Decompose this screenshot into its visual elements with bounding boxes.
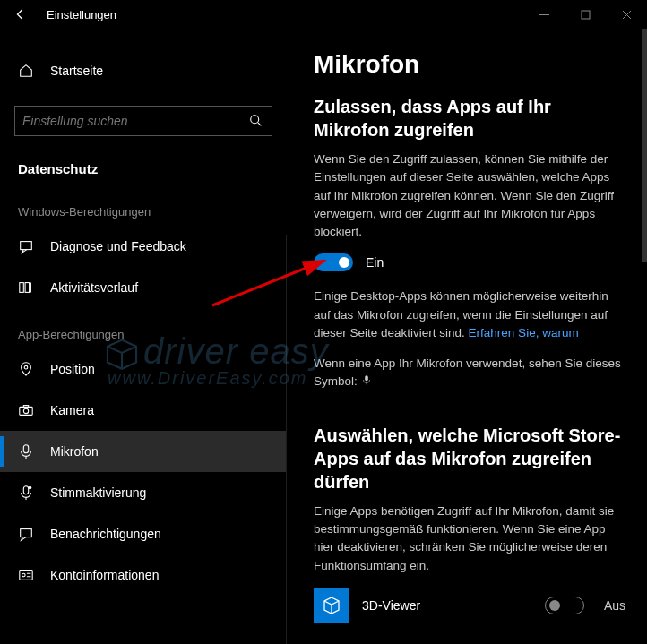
back-button[interactable] — [7, 0, 34, 29]
svg-rect-15 — [365, 375, 368, 381]
svg-point-14 — [22, 573, 26, 577]
section-store-body: Einige Apps benötigen Zugriff auf Ihr Mi… — [314, 502, 625, 575]
app-name: 3D-Viewer — [362, 598, 532, 613]
sidebar-home-label: Startseite — [50, 64, 103, 78]
location-icon — [18, 361, 34, 377]
voice-icon — [18, 485, 34, 501]
sidebar-item-label: Kamera — [50, 403, 94, 417]
search-box[interactable] — [14, 106, 272, 136]
sidebar-item-diagnostics[interactable]: Diagnose und Feedback — [0, 226, 287, 267]
sidebar-item-label: Position — [50, 362, 95, 376]
sidebar-item-microphone[interactable]: Mikrofon — [0, 431, 287, 472]
search-icon — [248, 113, 264, 129]
section-allow-heading: Zulassen, dass Apps auf Ihr Mikrofon zug… — [314, 95, 625, 142]
sidebar-item-label: Kontoinformationen — [50, 568, 159, 582]
svg-rect-2 — [21, 242, 32, 250]
sidebar-item-label: Mikrofon — [50, 444, 99, 459]
sidebar-item-label: Aktivitätsverlauf — [50, 280, 138, 295]
main-content: Mikrofon Zulassen, dass Apps auf Ihr Mik… — [287, 29, 647, 644]
sidebar-divider — [286, 235, 287, 644]
app-toggle-state: Aus — [604, 598, 625, 613]
window-title: Einstellungen — [47, 8, 116, 21]
allow-apps-toggle[interactable] — [314, 253, 353, 271]
app-icon-3dviewer — [314, 588, 349, 623]
sidebar-item-camera[interactable]: Kamera — [0, 390, 287, 431]
feedback-icon — [18, 238, 34, 254]
svg-rect-4 — [25, 283, 29, 293]
window-controls — [523, 0, 647, 29]
svg-point-1 — [251, 116, 259, 124]
sidebar-group-apps: App-Berechtigungen — [0, 308, 287, 348]
microphone-indicator-icon — [361, 374, 372, 391]
app-toggle-3dviewer[interactable] — [545, 597, 584, 614]
svg-point-11 — [29, 486, 32, 490]
titlebar: Einstellungen — [0, 0, 647, 29]
page-title: Mikrofon — [314, 50, 625, 79]
search-input[interactable] — [22, 114, 248, 128]
symbol-note: Wenn eine App Ihr Mikrofon verwendet, se… — [314, 355, 625, 391]
svg-rect-9 — [23, 445, 28, 453]
sidebar-group-windows: Windows-Berechtigungen — [0, 185, 287, 226]
svg-rect-13 — [20, 571, 32, 580]
section-allow-body: Wenn Sie den Zugriff zulassen, können Si… — [314, 150, 625, 241]
notifications-icon — [18, 526, 34, 542]
allow-apps-toggle-state: Ein — [366, 255, 384, 270]
section-store-heading: Auswählen, welche Microsoft Store-Apps a… — [314, 424, 625, 494]
svg-rect-0 — [582, 11, 590, 19]
svg-point-5 — [24, 365, 28, 369]
sidebar: Startseite Datenschutz Windows-Berechtig… — [0, 29, 287, 644]
minimize-button[interactable] — [523, 0, 565, 29]
sidebar-item-label: Stimmaktivierung — [50, 485, 146, 500]
app-row-3dviewer: 3D-Viewer Aus — [314, 588, 625, 623]
sidebar-item-notifications[interactable]: Benachrichtigungen — [0, 513, 287, 554]
maximize-button[interactable] — [565, 0, 606, 29]
svg-rect-3 — [20, 283, 24, 293]
sidebar-item-label: Benachrichtigungen — [50, 527, 161, 541]
activity-icon — [18, 279, 34, 296]
microphone-icon — [18, 443, 34, 459]
account-icon — [18, 567, 34, 583]
scrollbar[interactable] — [642, 29, 647, 262]
sidebar-category: Datenschutz — [0, 150, 287, 185]
svg-rect-12 — [21, 529, 32, 537]
sidebar-item-account-info[interactable]: Kontoinformationen — [0, 554, 287, 596]
desktop-apps-note: Einige Desktop-Apps können möglicherweis… — [314, 288, 625, 342]
sidebar-item-voice-activation[interactable]: Stimmaktivierung — [0, 472, 287, 513]
close-button[interactable] — [606, 0, 647, 29]
camera-icon — [18, 402, 34, 418]
learn-why-link[interactable]: Erfahren Sie, warum — [469, 326, 579, 339]
home-icon — [18, 63, 34, 79]
svg-point-7 — [23, 408, 28, 413]
sidebar-item-activity[interactable]: Aktivitätsverlauf — [0, 267, 287, 308]
sidebar-item-location[interactable]: Position — [0, 348, 287, 390]
sidebar-item-label: Diagnose und Feedback — [50, 239, 186, 253]
svg-rect-10 — [23, 486, 28, 494]
sidebar-home[interactable]: Startseite — [0, 52, 287, 90]
